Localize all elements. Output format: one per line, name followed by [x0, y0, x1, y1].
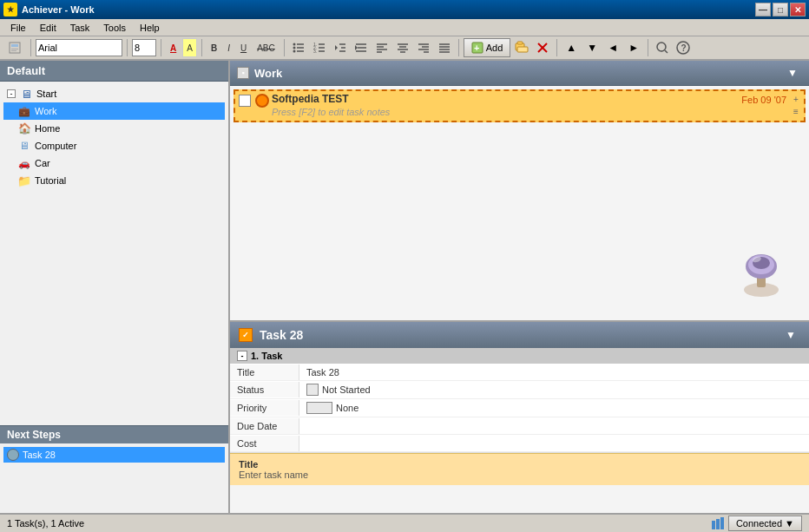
toolbar-sep-7: [556, 39, 557, 56]
task-checkbox[interactable]: [239, 95, 251, 107]
menu-file[interactable]: File: [3, 21, 33, 35]
toolbar-sep-6: [458, 39, 459, 56]
task-detail-content: - 1. Task Title Task 28 Status Not Star: [230, 348, 809, 513]
field-row-cost: Cost: [230, 435, 809, 452]
title-bar: ★ Achiever - Work — □ ✕: [0, 0, 809, 19]
field-row-status: Status Not Started: [230, 381, 809, 399]
down-button[interactable]: ▼: [582, 38, 602, 57]
svg-rect-59: [720, 517, 724, 529]
tree-item-home[interactable]: 🏠 Home: [3, 120, 225, 137]
car-icon: 🚗: [17, 156, 31, 170]
tree-item-car[interactable]: 🚗 Car: [3, 154, 225, 172]
task-row[interactable]: Press [F2] to edit task notes Feb 09 '07…: [233, 89, 806, 122]
menu-tools[interactable]: Tools: [96, 21, 133, 35]
stamp-area: [731, 242, 792, 303]
right-panel: ▪ Work ▼ Press [F2] to edit task notes F…: [230, 61, 809, 513]
menu-help[interactable]: Help: [133, 21, 167, 35]
close-button[interactable]: ✕: [790, 3, 806, 16]
field-row-title: Title Task 28: [230, 364, 809, 381]
work-panel: ▪ Work ▼ Press [F2] to edit task notes F…: [230, 61, 809, 322]
task-detail-menu-button[interactable]: ▼: [781, 325, 800, 345]
status-right: Connected ▼: [711, 516, 802, 531]
toolbar-sep-2: [127, 39, 128, 56]
italic-button[interactable]: I: [223, 38, 234, 57]
ordered-list-button[interactable]: 1.2.3.: [310, 38, 329, 57]
svg-text:+: +: [474, 43, 479, 53]
menu-edit[interactable]: Edit: [33, 21, 63, 35]
work-icon: 💼: [17, 104, 31, 118]
svg-text:3.: 3.: [313, 49, 317, 54]
font-size-input[interactable]: [132, 39, 156, 56]
svg-marker-23: [355, 45, 358, 50]
work-content: Press [F2] to edit task notes Feb 09 '07…: [230, 86, 809, 320]
hint-text: Enter task name: [239, 470, 800, 480]
task-scroll-btn[interactable]: ≡: [790, 105, 802, 117]
task-expand-btn[interactable]: +: [790, 93, 802, 105]
maximize-button[interactable]: □: [773, 3, 788, 16]
status-icon-box: [306, 384, 319, 396]
up-button[interactable]: ▲: [562, 38, 581, 57]
align-right-button[interactable]: [414, 38, 433, 57]
task-title-input[interactable]: [272, 93, 738, 105]
tree-item-start[interactable]: - 🖥 Start: [3, 85, 225, 102]
underline-button[interactable]: U: [236, 38, 251, 57]
next-steps-item[interactable]: Task 28: [3, 447, 225, 463]
window-controls: — □ ✕: [755, 3, 806, 16]
svg-rect-58: [716, 519, 720, 529]
toolbar-icon-left[interactable]: [3, 38, 26, 57]
indent-less-button[interactable]: [331, 38, 350, 57]
minimize-button[interactable]: —: [755, 3, 771, 16]
align-left-button[interactable]: [372, 38, 391, 57]
svg-marker-19: [335, 45, 338, 50]
task-status-icon: [255, 94, 269, 108]
toolbar-sep-1: [30, 39, 31, 56]
status-bar: 1 Task(s), 1 Active Connected ▼: [0, 513, 809, 532]
tree-toggle-start[interactable]: -: [7, 89, 16, 98]
svg-rect-3: [11, 50, 16, 51]
justify-button[interactable]: [435, 38, 454, 57]
font-color-button[interactable]: A: [166, 38, 181, 57]
svg-text:?: ?: [681, 43, 687, 53]
zoom-button[interactable]: [653, 38, 672, 57]
field-value-title: Task 28: [299, 365, 809, 380]
open-button[interactable]: [512, 38, 531, 57]
field-label-priority: Priority: [230, 400, 299, 416]
delete-button[interactable]: [533, 38, 552, 57]
help-button[interactable]: ?: [674, 38, 693, 57]
tree-item-work[interactable]: 💼 Work: [3, 102, 225, 120]
task-section-header: - 1. Task: [230, 348, 809, 364]
indent-more-button[interactable]: [352, 38, 371, 57]
add-button[interactable]: + Add: [464, 38, 511, 57]
menu-bar: File Edit Task Tools Help: [0, 19, 809, 36]
align-center-button[interactable]: [393, 38, 412, 57]
next-steps-header: Next Steps: [0, 425, 228, 443]
next-step-icon: [7, 449, 19, 461]
menu-task[interactable]: Task: [63, 21, 97, 35]
field-row-priority: Priority None: [230, 399, 809, 417]
work-panel-menu-button[interactable]: ▼: [783, 63, 802, 82]
toolbar-sep-4: [201, 39, 202, 56]
app-icon: ★: [3, 3, 17, 16]
section-toggle[interactable]: -: [237, 351, 247, 361]
field-label-status: Status: [230, 382, 299, 397]
tree-item-computer[interactable]: 🖥 Computer: [3, 137, 225, 154]
highlight-button[interactable]: A: [182, 38, 197, 57]
connected-button[interactable]: Connected ▼: [728, 516, 802, 531]
font-name-input[interactable]: [36, 39, 122, 56]
toolbar-sep-5: [284, 39, 285, 56]
task-detail-panel: ✓ Task 28 ▼ - 1. Task Title Task 28: [230, 322, 809, 513]
unordered-list-button[interactable]: [289, 38, 308, 57]
forward-button[interactable]: ►: [624, 38, 643, 57]
field-value-status: Not Started: [299, 381, 809, 398]
back-button[interactable]: ◄: [603, 38, 622, 57]
work-panel-title: ▪ Work ▼: [230, 61, 809, 86]
work-panel-icon: ▪: [237, 67, 249, 79]
tree-item-tutorial[interactable]: 📁 Tutorial: [3, 172, 225, 189]
network-icon: [711, 516, 725, 530]
field-label-title: Title: [230, 365, 299, 380]
svg-rect-1: [11, 44, 18, 47]
strikethrough-button[interactable]: ABC: [253, 38, 280, 57]
bold-button[interactable]: B: [207, 38, 221, 57]
main-layout: Default - 🖥 Start 💼 Work 🏠 Home 🖥 Comput…: [0, 61, 809, 513]
computer-icon: 🖥: [17, 139, 31, 153]
